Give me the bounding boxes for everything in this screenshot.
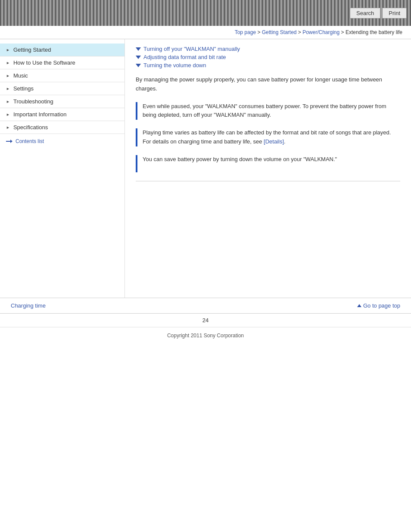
search-button[interactable]: Search — [350, 8, 380, 19]
sidebar-item-getting-started[interactable]: ► Getting Started — [0, 44, 125, 56]
sidebar-item-music[interactable]: ► Music — [0, 69, 125, 82]
link-2[interactable]: Adjusting data format and bit rate — [143, 54, 226, 60]
breadcrumb-power-link[interactable]: Power/Charging — [302, 29, 339, 35]
footer: Copyright 2011 Sony Corporation — [0, 327, 411, 344]
blue-bar-3 — [136, 155, 137, 172]
section-3: You can save battery power by turning do… — [136, 155, 400, 172]
go-to-top-label: Go to page top — [363, 302, 400, 309]
sidebar-item-troubleshooting[interactable]: ► Troubleshooting — [0, 95, 125, 108]
sidebar-arrow-getting-started: ► — [6, 48, 10, 52]
sidebar-arrow-settings: ► — [6, 87, 10, 91]
breadcrumb-sep1: > — [257, 29, 262, 35]
triangle-down-icon-2 — [136, 56, 141, 59]
link-1[interactable]: Turning off your "WALKMAN" manually — [143, 46, 240, 52]
link-list: Turning off your "WALKMAN" manually Adju… — [136, 46, 400, 68]
sidebar: ► Getting Started ► How to Use the Softw… — [0, 39, 125, 298]
sidebar-item-specifications[interactable]: ► Specifications — [0, 121, 125, 134]
sidebar-arrow-troubleshooting: ► — [6, 100, 10, 104]
copyright-text: Copyright 2011 Sony Corporation — [167, 333, 244, 339]
breadcrumb-sep2: > — [298, 29, 302, 35]
blue-bar-1 — [136, 102, 137, 120]
section-bar-2: Playing time varies as battery life can … — [136, 128, 400, 146]
page-number: 24 — [0, 314, 411, 327]
section-2-text2: For details on charging time and battery… — [143, 138, 264, 145]
blue-bar-2 — [136, 128, 137, 146]
sidebar-label-music: Music — [13, 72, 28, 79]
sidebar-arrow-specifications: ► — [6, 125, 10, 130]
sidebar-label-how-to-use: How to Use the Software — [13, 59, 75, 66]
sidebar-arrow-music: ► — [6, 74, 10, 78]
content-area: Turning off your "WALKMAN" manually Adju… — [125, 39, 411, 298]
sidebar-label-getting-started: Getting Started — [13, 47, 51, 53]
sidebar-item-important-info[interactable]: ► Important Information — [0, 108, 125, 121]
sidebar-label-settings: Settings — [13, 85, 34, 92]
contents-list-label: Contents list — [16, 138, 44, 144]
intro-text: By managing the power supply properly, y… — [136, 75, 400, 93]
breadcrumb-getting-started-link[interactable]: Getting Started — [262, 29, 297, 35]
charging-time-link[interactable]: Charging time — [11, 302, 46, 309]
print-button[interactable]: Print — [382, 8, 407, 19]
section-2-details-link[interactable]: [Details] — [264, 138, 284, 145]
section-1: Even while paused, your "WALKMAN" consum… — [136, 102, 400, 120]
section-content-2: Playing time varies as battery life can … — [143, 128, 400, 146]
sidebar-item-how-to-use[interactable]: ► How to Use the Software — [0, 56, 125, 69]
page-header: Search Print — [0, 0, 411, 26]
section-2-text3: . — [284, 138, 286, 145]
section-bar-1: Even while paused, your "WALKMAN" consum… — [136, 102, 400, 120]
sidebar-label-specifications: Specifications — [13, 124, 48, 131]
section-content-1: Even while paused, your "WALKMAN" consum… — [143, 102, 400, 120]
sidebar-item-settings[interactable]: ► Settings — [0, 82, 125, 95]
breadcrumb-current: Extending the battery life — [346, 29, 402, 35]
main-layout: ► Getting Started ► How to Use the Softw… — [0, 39, 411, 298]
link-item-1: Turning off your "WALKMAN" manually — [136, 46, 400, 52]
contents-list-link[interactable]: Contents list — [0, 134, 125, 149]
breadcrumb-sep3: > — [341, 29, 346, 35]
section-2-text1: Playing time varies as battery life can … — [143, 129, 391, 136]
section-bar-3: You can save battery power by turning do… — [136, 155, 400, 172]
link-item-2: Adjusting data format and bit rate — [136, 54, 400, 60]
section-content-3: You can save battery power by turning do… — [143, 155, 400, 164]
section-2: Playing time varies as battery life can … — [136, 128, 400, 146]
go-to-top-link[interactable]: Go to page top — [357, 302, 400, 309]
sidebar-arrow-how-to-use: ► — [6, 61, 10, 65]
arrow-right-icon — [6, 139, 14, 143]
sidebar-arrow-important-info: ► — [6, 112, 10, 117]
breadcrumb-top-link[interactable]: Top page — [235, 29, 256, 35]
triangle-up-icon — [357, 304, 361, 307]
divider — [136, 181, 400, 181]
link-item-3: Turning the volume down — [136, 62, 400, 68]
sidebar-label-troubleshooting: Troubleshooting — [13, 98, 53, 105]
link-3[interactable]: Turning the volume down — [143, 62, 206, 68]
triangle-down-icon-3 — [136, 64, 141, 67]
bottom-nav: Charging time Go to page top — [0, 298, 411, 314]
sidebar-label-important-info: Important Information — [13, 111, 67, 118]
triangle-down-icon-1 — [136, 47, 141, 51]
breadcrumb: Top page > Getting Started > Power/Charg… — [0, 26, 411, 39]
